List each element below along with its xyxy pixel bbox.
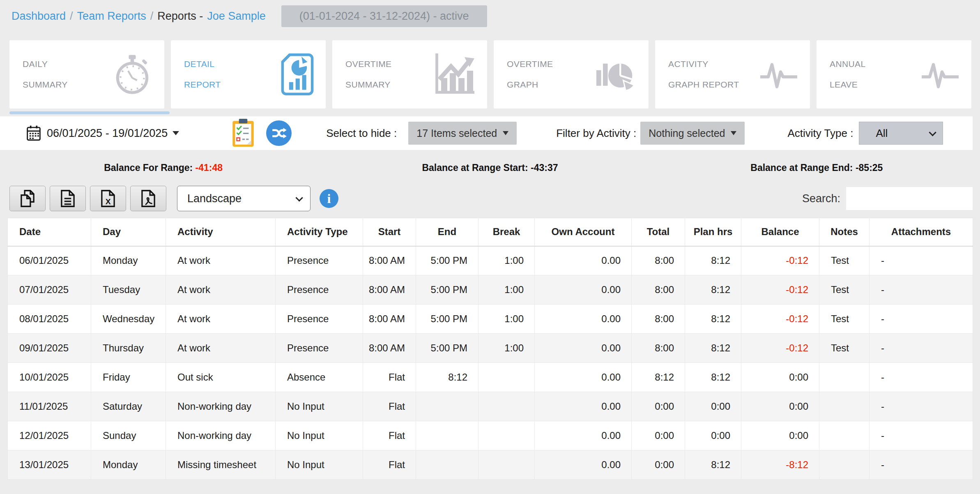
cell-plan_hrs: 8:12 — [685, 305, 741, 334]
date-range-picker[interactable]: 06/01/2025 - 19/01/2025 — [26, 125, 179, 141]
table-row: 12/01/2025SundayNon-working dayNo InputF… — [8, 421, 973, 450]
breadcrumb-row: Dashboard / Team Reports / Reports - Joe… — [0, 0, 980, 25]
cell-balance: -0:12 — [741, 305, 819, 334]
contract-range-badge: (01-01-2024 - 31-12-2024) - active — [281, 5, 487, 27]
cell-activity_type: Presence — [276, 334, 363, 363]
table-row: 08/01/2025WednesdayAt workPresence8:00 A… — [8, 305, 973, 334]
cell-own_account: 0.00 — [535, 275, 632, 305]
select-to-hide-label: Select to hide : — [326, 127, 397, 140]
breadcrumb-link-team-reports[interactable]: Team Reports — [77, 10, 146, 23]
column-header-activity_type[interactable]: Activity Type — [276, 218, 363, 246]
tab-label: DETAIL — [184, 54, 221, 74]
orientation-select[interactable]: Landscape — [177, 186, 311, 211]
column-header-end[interactable]: End — [416, 218, 478, 246]
cell-own_account: 0.00 — [535, 421, 632, 450]
tab-overtime-summary[interactable]: OVERTIME SUMMARY — [332, 40, 487, 108]
cell-activity: At work — [166, 334, 276, 363]
cell-break — [478, 421, 535, 450]
column-header-attachments[interactable]: Attachments — [870, 218, 973, 246]
cell-date: 13/01/2025 — [8, 450, 91, 480]
file-text-icon — [60, 189, 76, 208]
column-header-activity[interactable]: Activity — [166, 218, 276, 246]
copy-button[interactable] — [9, 186, 46, 211]
cell-balance: -0:12 — [741, 246, 819, 275]
info-button[interactable]: i — [320, 189, 338, 208]
cell-balance: 0:00 — [741, 421, 819, 450]
cell-break — [478, 392, 535, 421]
chevron-down-icon — [295, 194, 303, 201]
search-label: Search: — [802, 192, 840, 205]
tab-overtime-graph[interactable]: OVERTIME GRAPH — [494, 40, 649, 108]
cell-total: 8:00 — [632, 246, 685, 275]
filter-by-activity-value: Nothing selected — [649, 127, 725, 139]
cell-end: 5:00 PM — [416, 334, 478, 363]
column-header-break[interactable]: Break — [478, 218, 535, 246]
tab-daily-summary[interactable]: DAILY SUMMARY — [9, 40, 164, 108]
table-row: 13/01/2025MondayMissing timesheetNo Inpu… — [8, 450, 973, 480]
column-header-total[interactable]: Total — [632, 218, 685, 246]
dropdown-caret-icon — [731, 131, 736, 135]
breadcrumb-current: Reports - — [157, 10, 203, 23]
detail-report-table: DateDayActivityActivity TypeStartEndBrea… — [7, 218, 973, 480]
cell-own_account: 0.00 — [535, 246, 632, 275]
cell-end: 5:00 PM — [416, 275, 478, 305]
cell-total: 8:12 — [632, 363, 685, 392]
column-header-start[interactable]: Start — [363, 218, 416, 246]
cell-attachments: - — [870, 334, 973, 363]
cell-activity_type: Presence — [276, 246, 363, 275]
tab-activity-graph-report[interactable]: ACTIVITY GRAPH REPORT — [655, 40, 810, 108]
column-header-own_account[interactable]: Own Account — [535, 218, 632, 246]
search-input[interactable] — [846, 187, 973, 210]
filter-by-activity-dropdown[interactable]: Nothing selected — [640, 122, 745, 145]
column-header-plan_hrs[interactable]: Plan hrs — [685, 218, 741, 246]
cell-plan_hrs: 8:12 — [685, 363, 741, 392]
shuffle-button[interactable] — [266, 120, 292, 146]
file-excel-icon: X — [100, 189, 116, 208]
cell-attachments: - — [870, 305, 973, 334]
report-tabs: DAILY SUMMARY DETAIL REPORT — [9, 40, 971, 108]
tab-annual-leave[interactable]: ANNUAL LEAVE — [817, 40, 971, 108]
report-table-head-row: DateDayActivityActivity TypeStartEndBrea… — [8, 218, 973, 246]
cell-plan_hrs: 8:12 — [685, 334, 741, 363]
cell-end: 5:00 PM — [416, 246, 478, 275]
cell-day: Monday — [91, 246, 166, 275]
cell-balance: 0:00 — [741, 363, 819, 392]
timesheet-checklist-button[interactable] — [232, 119, 255, 148]
balance-summary: Balance For Range: -41:48 Balance at Ran… — [0, 162, 980, 173]
column-header-balance[interactable]: Balance — [741, 218, 819, 246]
cell-date: 11/01/2025 — [8, 392, 91, 421]
detail-report-table-wrap: DateDayActivityActivity TypeStartEndBrea… — [7, 218, 973, 480]
cell-balance: -8:12 — [741, 450, 819, 480]
activity-type-select[interactable]: All — [859, 122, 943, 145]
cell-date: 07/01/2025 — [8, 275, 91, 305]
copy-icon — [19, 189, 36, 208]
breadcrumb-link-user[interactable]: Joe Sample — [207, 10, 266, 23]
column-header-date[interactable]: Date — [8, 218, 91, 246]
cell-day: Friday — [91, 363, 166, 392]
select-to-hide-dropdown[interactable]: 17 Items selected — [408, 122, 517, 145]
export-text-button[interactable] — [50, 186, 86, 211]
tab-label: OVERTIME — [507, 54, 553, 74]
export-pdf-button[interactable] — [130, 186, 166, 211]
cell-notes — [819, 392, 870, 421]
column-header-day[interactable]: Day — [91, 218, 166, 246]
cell-date: 12/01/2025 — [8, 421, 91, 450]
cell-date: 10/01/2025 — [8, 363, 91, 392]
tabs-scrollbar-thumb[interactable] — [9, 111, 170, 114]
cell-start: 8:00 AM — [363, 246, 416, 275]
cell-activity_type: No Input — [276, 392, 363, 421]
column-header-notes[interactable]: Notes — [819, 218, 870, 246]
cell-start: 8:00 AM — [363, 275, 416, 305]
cell-notes: Test — [819, 334, 870, 363]
balance-for-range-value: -41:48 — [196, 162, 223, 173]
cell-date: 08/01/2025 — [8, 305, 91, 334]
report-document-icon — [281, 53, 314, 96]
tab-detail-report[interactable]: DETAIL REPORT — [171, 40, 326, 108]
cell-end: 5:00 PM — [416, 305, 478, 334]
export-excel-button[interactable]: X — [90, 186, 126, 211]
tab-label: ANNUAL — [830, 54, 866, 74]
cell-activity_type: No Input — [276, 450, 363, 480]
pulse-icon — [759, 60, 798, 89]
breadcrumb-link-dashboard[interactable]: Dashboard — [12, 10, 66, 23]
cell-total: 0:00 — [632, 450, 685, 480]
